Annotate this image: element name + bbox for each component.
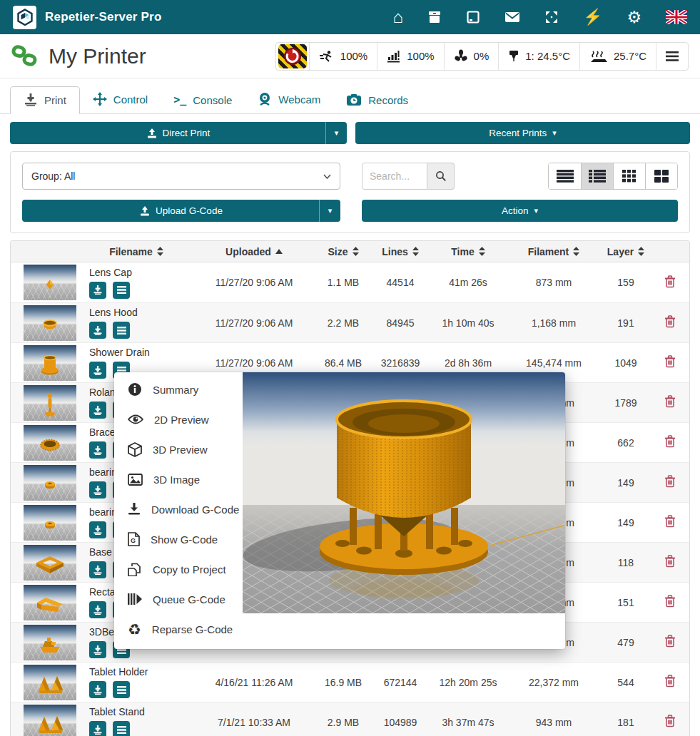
print-icon: [93, 366, 103, 375]
menu-item-reparse-g-code[interactable]: ♻Reparse G-Code: [114, 614, 243, 644]
file-menu-button[interactable]: [113, 681, 130, 698]
print-icon: [93, 725, 103, 735]
sort-icon: [638, 247, 644, 256]
delete-file-button[interactable]: [664, 395, 676, 410]
file-menu-button[interactable]: [113, 282, 130, 299]
upload-gcode-button[interactable]: Upload G-Code ▾: [22, 200, 340, 222]
print-file-button[interactable]: [89, 282, 106, 299]
delete-file-button[interactable]: [664, 275, 676, 290]
model-thumbnail[interactable]: [24, 385, 76, 421]
model-thumbnail[interactable]: [24, 505, 76, 541]
view-mode-list-detail[interactable]: [581, 163, 613, 189]
upload-gcode-dropdown-toggle[interactable]: ▾: [319, 200, 340, 222]
status-badge-speed[interactable]: 100%: [309, 43, 377, 70]
model-thumbnail[interactable]: [24, 625, 76, 660]
print-file-button[interactable]: [89, 561, 106, 578]
delete-file-button[interactable]: [664, 555, 676, 570]
menu-item-3d-preview[interactable]: 3D Preview: [114, 434, 243, 464]
model-thumbnail[interactable]: [24, 545, 76, 581]
menu-item-queue-g-code[interactable]: Queue G-Code: [114, 584, 243, 614]
print-file-button[interactable]: [89, 362, 106, 379]
model-thumbnail[interactable]: [24, 345, 76, 381]
delete-file-button[interactable]: [664, 635, 676, 650]
menu-item-3d-image[interactable]: 3D Image: [114, 464, 243, 494]
language-flag-icon[interactable]: [666, 10, 687, 24]
model-thumbnail[interactable]: [24, 585, 76, 620]
delete-file-button[interactable]: [664, 315, 676, 330]
delete-file-button[interactable]: [664, 715, 676, 730]
column-header-filament[interactable]: Filament: [507, 246, 600, 257]
model-thumbnail[interactable]: [24, 305, 76, 341]
printer-icon[interactable]: [466, 10, 480, 24]
flow-icon: [387, 50, 401, 63]
print-file-button[interactable]: [89, 721, 106, 736]
print-file-button[interactable]: [89, 681, 106, 698]
filament-cell: 145,474 mm: [507, 357, 600, 369]
view-mode-grid-large[interactable]: [645, 163, 677, 189]
direct-print-button[interactable]: Direct Print ▾: [10, 122, 347, 144]
menu-item-2d-preview[interactable]: 2D Preview: [114, 404, 243, 434]
messages-icon[interactable]: [504, 11, 520, 23]
fullscreen-icon[interactable]: [544, 10, 559, 24]
emergency-stop-button[interactable]: [276, 43, 309, 70]
column-header-uploaded[interactable]: Uploaded: [193, 246, 315, 257]
action-label: Action: [502, 205, 529, 216]
delete-file-button[interactable]: [664, 595, 676, 610]
print-file-button[interactable]: [89, 641, 106, 658]
tab-webcam[interactable]: Webcam: [245, 86, 333, 113]
column-header-size[interactable]: Size: [315, 246, 372, 257]
status-badge-fan[interactable]: 0%: [444, 43, 499, 70]
delete-file-button[interactable]: [664, 515, 676, 530]
model-thumbnail[interactable]: [24, 665, 76, 700]
menu-item-copy-to-project[interactable]: Copy to Project: [114, 554, 243, 584]
status-badge-flow[interactable]: 100%: [377, 43, 443, 70]
power-icon[interactable]: ⚡: [583, 9, 602, 25]
print-file-button[interactable]: [89, 481, 106, 499]
menu-item-summary[interactable]: Summary: [114, 374, 243, 404]
settings-icon[interactable]: ⚙: [627, 9, 641, 26]
model-thumbnail[interactable]: [24, 425, 76, 461]
column-header-time[interactable]: Time: [429, 246, 507, 257]
status-badge-bed[interactable]: 25.7°C: [579, 43, 656, 70]
print-file-button[interactable]: [89, 521, 106, 538]
column-header-lines[interactable]: Lines: [372, 246, 429, 257]
view-mode-toggle-group: [548, 163, 678, 190]
status-badge-extruder[interactable]: 1: 24.5°C: [498, 43, 579, 70]
gcode-storage-icon[interactable]: [427, 10, 442, 24]
menu-item-show-g-code[interactable]: GShow G-Code: [114, 524, 243, 554]
model-thumbnail[interactable]: [24, 465, 76, 501]
group-select[interactable]: Group: All: [22, 163, 340, 190]
tab-print[interactable]: Print: [10, 86, 80, 114]
print-file-button[interactable]: [89, 441, 106, 459]
print-file-button[interactable]: [89, 402, 106, 419]
print-file-button[interactable]: [89, 601, 106, 618]
menu-item-download-g-code[interactable]: Download G-Code: [114, 494, 243, 524]
search-button[interactable]: [427, 163, 455, 190]
home-icon[interactable]: ⌂: [392, 9, 403, 26]
delete-file-button[interactable]: [664, 355, 676, 370]
model-thumbnail[interactable]: [24, 705, 76, 736]
recent-prints-button[interactable]: Recent Prints▾: [355, 122, 690, 144]
tab-control[interactable]: Control: [80, 86, 161, 113]
menu-item-label: Show G-Code: [151, 533, 218, 546]
action-button[interactable]: Action▾: [362, 200, 678, 222]
column-header-filename[interactable]: Filename: [79, 246, 193, 257]
view-mode-grid-small[interactable]: [613, 163, 645, 189]
tab-console[interactable]: >_Console: [161, 87, 245, 113]
connected-link-icon[interactable]: [11, 44, 39, 68]
delete-file-button[interactable]: [664, 475, 676, 490]
file-menu-button[interactable]: [113, 721, 130, 736]
model-thumbnail[interactable]: [24, 265, 76, 300]
delete-file-button[interactable]: [664, 435, 676, 450]
printer-menu-button[interactable]: [656, 43, 688, 70]
tab-records[interactable]: Records: [333, 87, 421, 113]
direct-print-dropdown-toggle[interactable]: ▾: [325, 122, 347, 144]
file-menu-button[interactable]: [113, 322, 130, 339]
column-label: Layer: [607, 246, 634, 257]
view-mode-list[interactable]: [549, 163, 581, 189]
app-logo-icon: [13, 6, 36, 29]
column-header-layer[interactable]: Layer: [600, 246, 651, 257]
search-input[interactable]: [362, 163, 427, 190]
delete-file-button[interactable]: [664, 675, 676, 690]
print-file-button[interactable]: [89, 322, 106, 339]
